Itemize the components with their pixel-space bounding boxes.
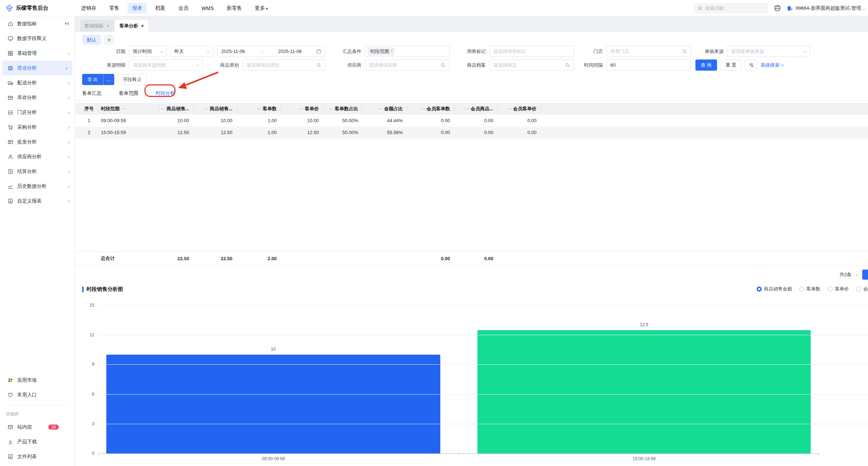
- sidebar-item-delivery-analysis[interactable]: 配送分析 ›: [0, 75, 75, 90]
- radio-order-count[interactable]: 客单数: [799, 286, 820, 292]
- sidebar-item-file-list[interactable]: 文件列表: [0, 449, 75, 464]
- radio-sales-amount[interactable]: 商品销售金额: [757, 286, 792, 292]
- column-header-order-ratio[interactable]: ▲▼客单数占比: [323, 103, 362, 115]
- table-row[interactable]: 2 15:00-15:59 12.50 12.50 1.00 12.50 50.…: [75, 127, 868, 138]
- summary-tag[interactable]: 时段范围 ×: [368, 47, 395, 56]
- remove-tag-icon[interactable]: ×: [391, 48, 393, 55]
- filter-settings-button[interactable]: [745, 59, 757, 71]
- account-menu[interactable]: 99664-新界面商超版测试-管理...: [787, 5, 865, 12]
- reset-button[interactable]: 重 置: [721, 59, 742, 71]
- sort-icon[interactable]: ▲▼: [420, 108, 426, 110]
- sort-icon[interactable]: ▲▼: [329, 108, 334, 110]
- sort-icon[interactable]: ▲▼: [507, 108, 512, 110]
- gridline: [98, 335, 868, 335]
- prev-page-icon[interactable]: ‹: [856, 271, 858, 278]
- tab-customer-order-analysis[interactable]: 客单分析 ×: [115, 20, 149, 32]
- product-input[interactable]: 请选择商品: [489, 59, 574, 71]
- sidebar-item-app-market[interactable]: 应用市场: [0, 373, 75, 387]
- sort-icon[interactable]: ▲▼: [464, 108, 469, 110]
- export-button[interactable]: 导 出: [82, 74, 103, 85]
- menu-item-retail[interactable]: 零售: [104, 3, 124, 14]
- page-1-button[interactable]: [862, 270, 868, 280]
- sidebar-item-inventory-analysis[interactable]: 库存分析 ›: [0, 90, 75, 105]
- sidebar-item-settlement-analysis[interactable]: $ 结算分析 ›: [0, 164, 75, 179]
- chevron-down-icon: [196, 63, 200, 66]
- column-header-member-sales[interactable]: ▲▼会员商品...: [454, 103, 498, 115]
- date-preset-select[interactable]: 昨天: [170, 46, 214, 57]
- chevron-right-icon: ›: [68, 110, 70, 115]
- column-header-member-orders[interactable]: ▲▼会员客单数: [407, 103, 454, 115]
- column-header-order-count[interactable]: ▲▼客单数: [237, 103, 281, 115]
- summary-condition-input[interactable]: 时段范围 ×: [365, 46, 450, 57]
- export-more-button[interactable]: …: [103, 74, 114, 85]
- column-header-sales-amount[interactable]: ▲▼商品销售...: [193, 103, 237, 115]
- query-button[interactable]: 查 询: [695, 59, 717, 71]
- title-accent-bar: [82, 287, 84, 292]
- sidebar-item-product-download[interactable]: 产品下载: [0, 434, 75, 449]
- column-header-amount-ratio[interactable]: ▲▼金额占比: [362, 103, 407, 115]
- store-input[interactable]: 所有门店: [606, 46, 691, 57]
- sidebar-item-basic-mgmt[interactable]: 基础管理 ›: [0, 46, 75, 61]
- sidebar-item-field-glossary[interactable]: 数据字段释义: [0, 31, 75, 46]
- sort-icon[interactable]: ▲▼: [160, 108, 165, 110]
- interval-input[interactable]: 60: [606, 59, 691, 71]
- menu-item-member[interactable]: 会员: [174, 3, 193, 14]
- close-icon[interactable]: ×: [106, 23, 109, 28]
- menu-item-jxc[interactable]: 进销存: [76, 3, 101, 14]
- collapse-sidebar-icon[interactable]: [64, 21, 70, 26]
- tab-data-indicators[interactable]: 数据指标 ×: [80, 20, 114, 32]
- sort-icon[interactable]: ▲▼: [299, 108, 304, 110]
- column-header-index[interactable]: 序号: [80, 103, 98, 115]
- category-input[interactable]: 请选择商品类别: [242, 59, 325, 71]
- menu-item-wms[interactable]: WMS: [197, 3, 218, 13]
- sort-icon[interactable]: ▲▼: [257, 108, 262, 110]
- bar-rect[interactable]: [477, 330, 811, 454]
- subtab-order-range[interactable]: 客单范围: [119, 90, 138, 97]
- main-menu: 进销存 零售 报表 档案 会员 WMS 新零售 更多▾: [76, 0, 272, 16]
- close-icon[interactable]: ×: [141, 23, 144, 28]
- radio-icon: [757, 287, 762, 292]
- global-search-input[interactable]: 搜索功能: [694, 3, 768, 13]
- date-range-input[interactable]: 2025-11-06 → 2025-11-06: [217, 46, 325, 57]
- view-pill-default[interactable]: 默认: [82, 35, 101, 45]
- sort-icon[interactable]: ▲▼: [378, 108, 383, 110]
- table-row[interactable]: 1 09:00-09:59 10.00 10.00 1.00 10.00 50.…: [75, 115, 868, 127]
- sidebar-item-favorites[interactable]: 常用入口: [0, 387, 75, 402]
- printer-icon[interactable]: [774, 4, 781, 12]
- radio-member-orders[interactable]: 会员客单数: [856, 286, 868, 292]
- field-definition-button[interactable]: 字段释义: [118, 74, 147, 85]
- column-header-time-range[interactable]: 时段范围▲▼: [98, 103, 159, 115]
- supplier-input[interactable]: 请选择供应商: [365, 59, 450, 71]
- radio-order-value[interactable]: 客单价: [828, 286, 849, 292]
- add-view-button[interactable]: +: [104, 35, 114, 45]
- bar-rect[interactable]: [106, 355, 440, 453]
- sidebar-item-messages[interactable]: 站内信 39: [0, 420, 75, 434]
- sidebar-item-history-analysis[interactable]: 历史数据分析 ›: [0, 179, 75, 194]
- menu-item-more[interactable]: 更多▾: [250, 3, 272, 14]
- download-icon: [8, 439, 13, 445]
- source-select[interactable]: 请选择单据来源: [727, 46, 810, 57]
- column-header-sales-qty[interactable]: ▲▼商品销售...: [159, 103, 193, 115]
- sidebar-item-data-indicators[interactable]: 数据指标: [0, 16, 75, 31]
- sort-icon[interactable]: ▲▼: [204, 108, 209, 110]
- date-type-select[interactable]: 统计时间: [129, 46, 167, 57]
- menu-item-report[interactable]: 报表: [128, 3, 147, 14]
- subtab-time-analysis[interactable]: 时段分析: [156, 90, 175, 97]
- sidebar-item-supplier-analysis[interactable]: 供应商分析 ›: [0, 149, 75, 164]
- column-header-member-order-value[interactable]: ▲▼会员客单价: [498, 103, 541, 115]
- coupon-input[interactable]: 请选择用券标记: [489, 46, 574, 57]
- advanced-search-link[interactable]: 高级搜索: [761, 62, 784, 68]
- subtab-order-summary[interactable]: 客单汇总: [82, 90, 102, 97]
- sort-icon[interactable]: ▲▼: [121, 108, 126, 110]
- sidebar-item-custom-report[interactable]: 自定义报表 ›: [0, 194, 75, 208]
- source-detail-select[interactable]: 请选择来源明细: [129, 59, 203, 71]
- menu-item-new-retail[interactable]: 新零售: [222, 3, 246, 14]
- mail-icon: [8, 424, 13, 430]
- sidebar-item-store-analysis[interactable]: 门店分析 ›: [0, 105, 75, 120]
- chevron-down-icon: [781, 63, 784, 66]
- column-header-order-value[interactable]: ▲▼客单价: [281, 103, 323, 115]
- sidebar-item-purchase-analysis[interactable]: 采购分析 ›: [0, 120, 75, 134]
- sidebar-item-wholesale-analysis[interactable]: 批发分析 ›: [0, 134, 75, 149]
- menu-item-archive[interactable]: 档案: [151, 3, 170, 14]
- sidebar-item-business-analysis[interactable]: 营业分析 ›: [2, 61, 72, 75]
